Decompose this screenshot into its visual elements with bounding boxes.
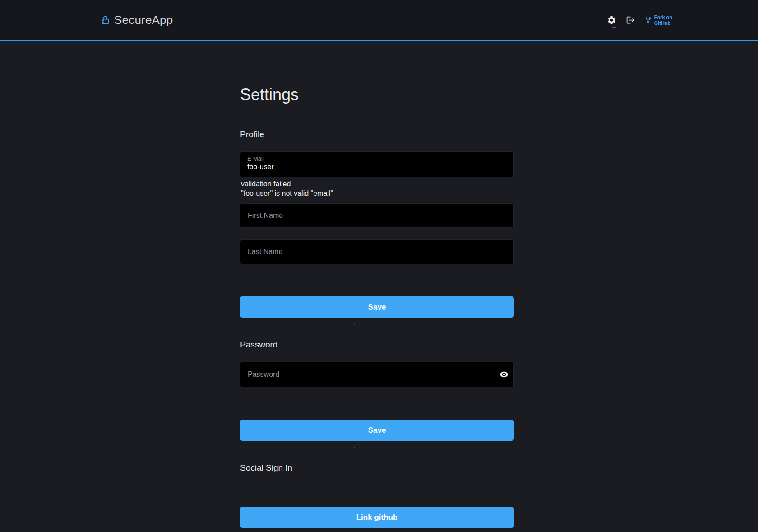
link-github-button[interactable]: Link github [240,507,514,528]
profile-section-heading: Profile [240,130,264,139]
git-fork-icon [645,17,652,23]
toggle-password-visibility-button[interactable] [499,370,508,379]
page-title: Settings [240,85,299,104]
gear-icon [607,15,616,25]
validation-error-line1: validation failed [241,179,333,189]
settings-page: SecureApp [0,0,758,532]
brand-link[interactable]: SecureApp [101,0,173,40]
fork-label-line1: Fork on [654,14,672,20]
password-field [240,362,514,387]
password-input[interactable] [240,362,514,387]
email-field[interactable]: E-Mail [240,151,514,177]
tiny-dot-marker [354,324,355,325]
header-actions: Fork on GitHub [607,0,672,40]
validation-error: validation failed "foo-user" is not vali… [241,179,333,198]
app-header: SecureApp [0,0,758,41]
social-section-heading: Social Sign In [240,463,292,473]
gear-underline-marker [612,27,616,28]
email-field-label: E-Mail [247,155,507,162]
fork-on-github-link[interactable]: Fork on GitHub [645,14,672,26]
email-input[interactable] [247,162,507,171]
settings-gear-button[interactable] [607,15,616,25]
last-name-input[interactable] [240,239,514,264]
lock-icon [101,15,110,25]
logout-button[interactable] [626,15,635,25]
profile-save-button[interactable]: Save [240,296,514,318]
first-name-input[interactable] [240,203,514,228]
brand-title: SecureApp [114,13,173,27]
eye-icon [499,370,508,379]
validation-error-line2: "foo-user" is not valid "email" [241,189,333,198]
fork-label-line2: GitHub [654,20,671,26]
logout-icon [626,15,635,25]
tiny-dot-marker [354,447,355,448]
password-section-heading: Password [240,340,277,350]
password-save-button[interactable]: Save [240,420,514,441]
fork-label: Fork on GitHub [654,14,672,26]
